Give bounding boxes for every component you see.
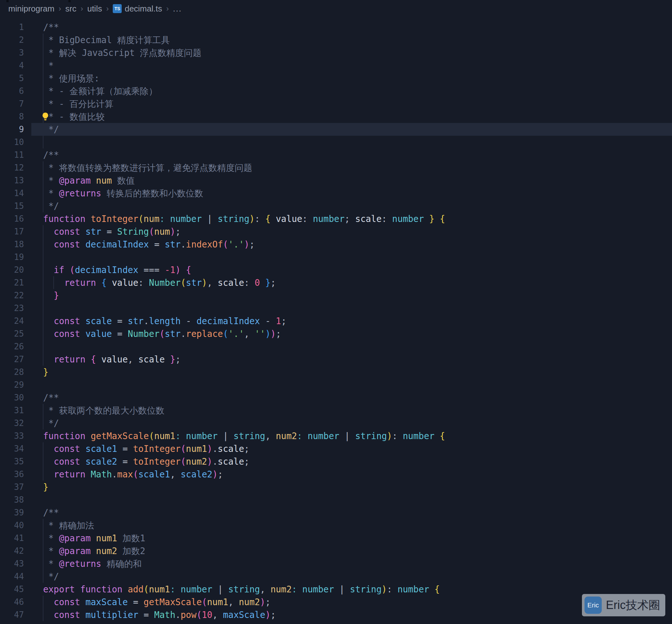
- line-number[interactable]: 30: [0, 391, 24, 404]
- line-number[interactable]: 19: [0, 251, 24, 263]
- line-number[interactable]: 24: [0, 315, 24, 327]
- line-number[interactable]: 12: [0, 161, 24, 174]
- code-line[interactable]: 31 * 获取两个数的最大小数位数: [0, 404, 672, 417]
- breadcrumb-item[interactable]: miniprogram: [8, 4, 55, 14]
- breadcrumb-item[interactable]: utils: [87, 4, 102, 14]
- line-number[interactable]: 37: [0, 480, 24, 493]
- code-line[interactable]: 26: [0, 340, 672, 353]
- line-number[interactable]: 21: [0, 276, 24, 289]
- line-number[interactable]: 45: [0, 583, 24, 596]
- line-number[interactable]: 34: [0, 442, 24, 455]
- line-number[interactable]: 1: [0, 21, 24, 33]
- code-line[interactable]: 14 * @returns 转换后的整数和小数位数: [0, 187, 672, 200]
- line-number[interactable]: 23: [0, 302, 24, 315]
- line-number[interactable]: 29: [0, 379, 24, 391]
- code-line[interactable]: 12 * 将数值转换为整数进行计算，避免浮点数精度问题: [0, 161, 672, 174]
- breadcrumb-ellipsis[interactable]: ...: [173, 4, 182, 14]
- line-number[interactable]: 40: [0, 519, 24, 532]
- code-line[interactable]: 7 * - 百分比计算: [0, 97, 672, 110]
- code-line[interactable]: 15 */: [0, 200, 672, 212]
- code-line[interactable]: 41 * @param num1 加数1: [0, 532, 672, 545]
- line-number[interactable]: 20: [0, 263, 24, 276]
- line-number[interactable]: 15: [0, 200, 24, 212]
- code-line[interactable]: 18 const decimalIndex = str.indexOf('.')…: [0, 238, 672, 251]
- line-number[interactable]: 33: [0, 430, 24, 442]
- line-number[interactable]: 2: [0, 33, 24, 46]
- code-line[interactable]: 2 * BigDecimal 精度计算工具: [0, 33, 672, 46]
- code-line[interactable]: 30/**: [0, 391, 672, 404]
- code-line[interactable]: 22 }: [0, 289, 672, 302]
- code-line[interactable]: 23: [0, 302, 672, 315]
- code-line[interactable]: 3 * 解决 JavaScript 浮点数精度问题: [0, 46, 672, 59]
- code-line[interactable]: 36 return Math.max(scale1, scale2);: [0, 468, 672, 480]
- code-line[interactable]: 21 return { value: Number(str), scale: 0…: [0, 276, 672, 289]
- line-number[interactable]: 3: [0, 46, 24, 59]
- code-line[interactable]: 6 * - 金额计算（加减乘除）: [0, 85, 672, 97]
- lightbulb-icon[interactable]: [41, 112, 50, 121]
- line-number[interactable]: 25: [0, 327, 24, 340]
- line-number[interactable]: 43: [0, 557, 24, 570]
- line-number[interactable]: 46: [0, 596, 24, 608]
- line-number[interactable]: 26: [0, 340, 24, 353]
- line-number[interactable]: 31: [0, 404, 24, 417]
- line-number[interactable]: 22: [0, 289, 24, 302]
- code-line[interactable]: 5 * 使用场景:: [0, 72, 672, 85]
- code-editor[interactable]: 1/**2 * BigDecimal 精度计算工具3 * 解决 JavaScri…: [0, 14, 672, 621]
- code-line[interactable]: 46 const maxScale = getMaxScale(num1, nu…: [0, 596, 672, 608]
- line-number[interactable]: 41: [0, 532, 24, 545]
- code-line[interactable]: 37}: [0, 480, 672, 493]
- code-line[interactable]: 13 * @param num 数值: [0, 174, 672, 187]
- code-line[interactable]: 47 const multiplier = Math.pow(10, maxSc…: [0, 608, 672, 621]
- line-number[interactable]: 7: [0, 97, 24, 110]
- line-number[interactable]: 47: [0, 608, 24, 621]
- code-line[interactable]: 16function toInteger(num: number | strin…: [0, 212, 672, 225]
- line-number[interactable]: 14: [0, 187, 24, 200]
- code-line[interactable]: 19: [0, 251, 672, 263]
- code-line[interactable]: 9 */: [0, 123, 672, 136]
- code-line[interactable]: 39/**: [0, 506, 672, 519]
- line-number[interactable]: 35: [0, 455, 24, 468]
- code-line[interactable]: 42 * @param num2 加数2: [0, 545, 672, 557]
- code-line[interactable]: 10: [0, 136, 672, 149]
- code-line[interactable]: 20 if (decimalIndex === -1) {: [0, 263, 672, 276]
- code-line[interactable]: 45export function add(num1: number | str…: [0, 583, 672, 596]
- code-line[interactable]: 34 const scale1 = toInteger(num1).scale;: [0, 442, 672, 455]
- code-line[interactable]: 4 *: [0, 59, 672, 72]
- line-number[interactable]: 11: [0, 149, 24, 161]
- code-line[interactable]: 27 return { value, scale };: [0, 353, 672, 366]
- breadcrumb-file[interactable]: decimal.ts: [125, 4, 162, 14]
- line-number[interactable]: 18: [0, 238, 24, 251]
- line-number[interactable]: 5: [0, 72, 24, 85]
- line-number[interactable]: 8: [0, 110, 24, 123]
- line-number[interactable]: 10: [0, 136, 24, 149]
- code-line[interactable]: 33function getMaxScale(num1: number | st…: [0, 430, 672, 442]
- line-number[interactable]: 6: [0, 85, 24, 97]
- code-line[interactable]: 38: [0, 493, 672, 506]
- code-line[interactable]: 44 */: [0, 570, 672, 583]
- line-number[interactable]: 27: [0, 353, 24, 366]
- line-number[interactable]: 38: [0, 493, 24, 506]
- code-line[interactable]: 40 * 精确加法: [0, 519, 672, 532]
- code-line[interactable]: 24 const scale = str.length - decimalInd…: [0, 315, 672, 327]
- line-number[interactable]: 16: [0, 212, 24, 225]
- code-line[interactable]: 29: [0, 379, 672, 391]
- code-line[interactable]: 25 const value = Number(str.replace('.',…: [0, 327, 672, 340]
- code-line[interactable]: 35 const scale2 = toInteger(num2).scale;: [0, 455, 672, 468]
- code-line[interactable]: 8 * - 数值比较: [0, 110, 672, 123]
- code-line[interactable]: 32 */: [0, 417, 672, 430]
- line-number[interactable]: 9: [0, 123, 24, 136]
- line-number[interactable]: 28: [0, 366, 24, 379]
- line-number[interactable]: 42: [0, 545, 24, 557]
- code-line[interactable]: 43 * @returns 精确的和: [0, 557, 672, 570]
- line-number[interactable]: 17: [0, 225, 24, 238]
- line-number[interactable]: 39: [0, 506, 24, 519]
- code-line[interactable]: 28}: [0, 366, 672, 379]
- line-number[interactable]: 13: [0, 174, 24, 187]
- line-number[interactable]: 44: [0, 570, 24, 583]
- line-number[interactable]: 4: [0, 59, 24, 72]
- breadcrumb-item[interactable]: src: [66, 4, 77, 14]
- code-line[interactable]: 17 const str = String(num);: [0, 225, 672, 238]
- line-number[interactable]: 32: [0, 417, 24, 430]
- line-number[interactable]: 36: [0, 468, 24, 480]
- code-line[interactable]: 11/**: [0, 149, 672, 161]
